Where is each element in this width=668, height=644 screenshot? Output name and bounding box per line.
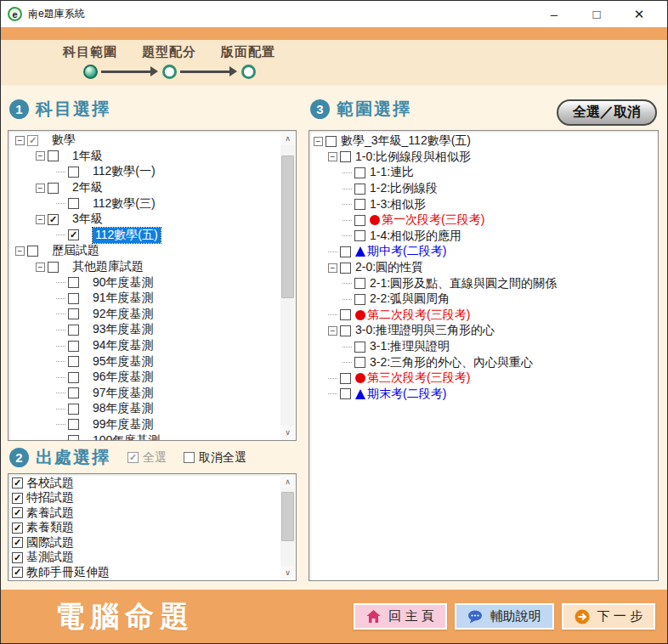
tree-row[interactable]: 96年度基測 [12, 370, 296, 386]
tree-item-label[interactable]: 3-1:推理與證明 [370, 339, 450, 354]
scroll-up-icon[interactable]: ∧ [280, 132, 295, 145]
tree-checkbox[interactable] [68, 277, 79, 288]
tree-checkbox[interactable] [340, 388, 351, 399]
tree-row[interactable]: 第一次段考(三段考) [312, 212, 658, 229]
tree-row[interactable]: 第二次段考(三段考) [312, 308, 658, 324]
tree-row[interactable]: −其他題庫試題 [12, 259, 296, 275]
tree-item-label[interactable]: 100年度基測 [93, 433, 160, 441]
tree-row[interactable]: −✓3年級 [12, 212, 296, 228]
tree-row[interactable]: 92年度基測 [12, 307, 296, 323]
clear-all-checkbox[interactable] [184, 452, 195, 463]
tree-collapse-icon[interactable]: − [328, 326, 337, 336]
tree-checkbox[interactable] [48, 262, 59, 273]
tree-item-label[interactable]: 98年度基測 [93, 401, 154, 416]
tree-row[interactable]: 1-1:連比 [312, 165, 658, 181]
scroll-down-icon[interactable]: ∨ [280, 566, 295, 579]
tree-row[interactable]: 98年度基測 [12, 401, 296, 417]
tree-row[interactable]: 112數學(三) [12, 195, 296, 212]
tree-item-label[interactable]: 91年度基測 [93, 291, 154, 306]
tree-item-label[interactable]: 3年級 [72, 212, 103, 227]
tree-row[interactable]: 90年度基測 [12, 274, 296, 291]
maximize-button[interactable]: □ [575, 7, 618, 21]
tree-row[interactable]: −2-0:圓的性質 [312, 260, 658, 276]
tree-row[interactable]: 99年度基測 [12, 417, 296, 433]
tree-row[interactable]: −數學_3年級_112數學(五) [312, 133, 658, 150]
clear-all-checkbox-group[interactable]: 取消全選 [184, 450, 246, 466]
minimize-button[interactable]: – [533, 7, 575, 21]
tree-row[interactable]: 93年度基測 [12, 322, 296, 338]
tree-checkbox[interactable] [68, 419, 79, 430]
tree-item-label[interactable]: 2-1:圓形及點、直線與圓之間的關係 [370, 276, 557, 291]
tree-item-label[interactable]: 2-0:圓的性質 [355, 260, 423, 275]
tree-row[interactable]: ✓112數學(五) [12, 228, 296, 244]
source-item-checkbox[interactable]: ✓ [12, 523, 23, 534]
source-item-row[interactable]: ✓特招試題 [10, 491, 296, 506]
tree-item-label[interactable]: 2-2:弧與圓周角 [370, 291, 450, 307]
tree-checkbox[interactable] [354, 294, 365, 305]
tree-collapse-icon[interactable]: − [36, 184, 45, 193]
tree-item-label[interactable]: 112數學(五) [93, 228, 161, 243]
tree-row[interactable]: −1年級 [12, 149, 296, 165]
tree-row[interactable]: 94年度基測 [12, 338, 296, 354]
tree-checkbox[interactable] [354, 278, 365, 289]
tree-collapse-icon[interactable]: − [328, 152, 337, 161]
tree-item-label[interactable]: 90年度基測 [93, 275, 154, 291]
source-item-checkbox[interactable]: ✓ [12, 477, 23, 489]
source-item-checkbox[interactable]: ✓ [12, 537, 23, 548]
source-item-row[interactable]: ✓素養試題 [10, 506, 296, 521]
tree-checkbox[interactable] [354, 184, 365, 195]
source-item-row[interactable]: ✓各校試題 [10, 476, 296, 491]
tree-row[interactable]: 1-3:相似形 [312, 196, 658, 212]
tree-checkbox[interactable] [68, 356, 79, 367]
source-item-checkbox[interactable]: ✓ [12, 567, 23, 578]
source-item-row[interactable]: ✓素養類題 [10, 521, 296, 536]
subject-tree-scrollbar[interactable]: ∧ ∨ [280, 132, 295, 439]
tree-checkbox[interactable] [68, 167, 79, 178]
scroll-down-icon[interactable]: ∨ [280, 426, 295, 439]
tree-item-label[interactable]: 97年度基測 [93, 386, 154, 401]
tree-item-label[interactable]: 第二次段考(三段考) [367, 308, 470, 323]
source-item-row[interactable]: ✓國際試題 [10, 535, 296, 551]
tree-checkbox[interactable] [68, 293, 79, 304]
tree-collapse-icon[interactable]: − [15, 136, 25, 145]
tree-item-label[interactable]: 94年度基測 [93, 338, 154, 353]
tree-checkbox[interactable] [68, 387, 79, 398]
tree-checkbox[interactable] [354, 342, 365, 353]
tree-item-label[interactable]: 1年級 [72, 149, 103, 164]
scroll-up-icon[interactable]: ∧ [280, 475, 295, 489]
tree-item-label[interactable]: 95年度基測 [93, 354, 154, 370]
scroll-track[interactable] [280, 489, 295, 566]
tree-collapse-icon[interactable]: − [36, 215, 45, 224]
tree-item-label[interactable]: 96年度基測 [93, 370, 154, 385]
help-button[interactable]: 輔助說明 [455, 603, 554, 630]
tree-item-label[interactable]: 92年度基測 [93, 307, 154, 322]
tree-item-label[interactable]: 99年度基測 [93, 417, 154, 432]
tree-item-label[interactable]: 歷屆試題 [52, 243, 99, 258]
source-item-row[interactable]: ✓教師手冊延伸題 [10, 565, 296, 580]
tree-item-label[interactable]: 其他題庫試題 [72, 259, 144, 274]
tree-item-label[interactable]: 第三次段考(三段考) [367, 370, 470, 386]
select-all-toggle-button[interactable]: 全選／取消 [557, 99, 657, 126]
tree-item-label[interactable]: 93年度基測 [93, 322, 154, 337]
source-list-scrollbar[interactable]: ∧ ∨ [280, 475, 295, 579]
tree-checkbox[interactable] [340, 309, 351, 320]
tree-row[interactable]: 91年度基測 [12, 291, 296, 307]
tree-row[interactable]: 1-2:比例線段 [312, 181, 658, 197]
tree-item-label[interactable]: 112數學(一) [93, 164, 156, 179]
tree-checkbox[interactable] [354, 230, 365, 241]
tree-collapse-icon[interactable]: − [36, 263, 45, 272]
tree-item-label[interactable]: 第一次段考(三段考) [382, 212, 484, 228]
tree-item-label[interactable]: 112數學(三) [93, 196, 156, 212]
tree-checkbox[interactable] [68, 404, 79, 415]
tree-row[interactable]: 2-1:圓形及點、直線與圓之間的關係 [312, 275, 658, 291]
tree-checkbox[interactable] [354, 167, 365, 178]
tree-checkbox[interactable] [68, 435, 79, 441]
tree-checkbox[interactable] [68, 325, 79, 336]
source-item-checkbox[interactable]: ✓ [12, 493, 23, 504]
source-item-checkbox[interactable]: ✓ [12, 552, 23, 563]
tree-collapse-icon[interactable]: − [36, 151, 45, 161]
tree-checkbox[interactable] [340, 151, 351, 162]
tree-row[interactable]: 1-4:相似形的應用 [312, 229, 658, 245]
tree-checkbox[interactable] [354, 199, 365, 210]
tree-collapse-icon[interactable]: − [328, 263, 337, 273]
